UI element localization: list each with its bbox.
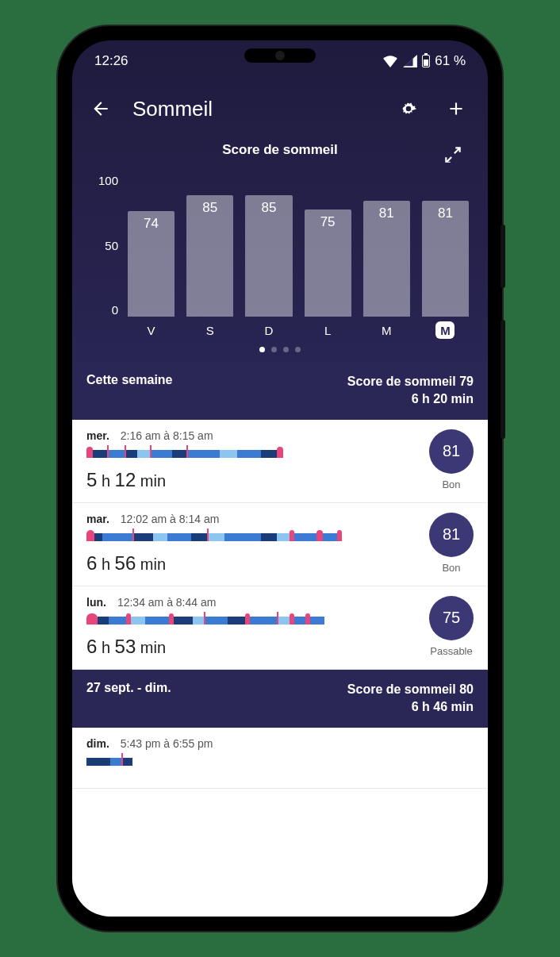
status-time: 12:26 xyxy=(94,53,128,69)
entry-range: 2:16 am à 8:15 am xyxy=(121,429,213,442)
phone-frame: 12:26 61 % Sommeil Score de sommeil xyxy=(58,26,502,931)
pager-dot[interactable] xyxy=(295,347,301,352)
bar-value: 75 xyxy=(320,214,336,230)
volume-button xyxy=(501,225,505,288)
pager-dot[interactable] xyxy=(259,347,265,352)
pager-dots[interactable] xyxy=(88,339,472,357)
add-button[interactable] xyxy=(440,93,472,125)
status-icons: 61 % xyxy=(382,53,466,69)
score-quality: Passable xyxy=(430,645,472,657)
week-score: Score de sommeil 80 xyxy=(347,681,474,698)
wifi-icon xyxy=(382,55,398,67)
chart-bar[interactable]: 81M xyxy=(422,201,469,339)
back-button[interactable] xyxy=(85,93,117,125)
expand-button[interactable] xyxy=(437,139,469,171)
settings-button[interactable] xyxy=(393,93,424,125)
week-header-previous: 27 sept. - dim. Score de sommeil 80 6 h … xyxy=(72,670,488,728)
chart-bar[interactable]: 74V xyxy=(128,211,175,339)
score-quality: Bon xyxy=(442,562,460,574)
pager-dot[interactable] xyxy=(283,347,289,352)
week-label: Cette semaine xyxy=(86,373,173,409)
chart-bar[interactable]: 81M xyxy=(363,201,410,339)
gear-icon xyxy=(398,98,419,119)
ytick: 0 xyxy=(88,303,118,317)
sleep-entry[interactable]: mar.12:02 am à 8:14 am6 h 56 min81Bon xyxy=(72,503,488,586)
bar-value: 81 xyxy=(379,206,394,221)
ytick: 50 xyxy=(88,239,118,252)
signal-icon xyxy=(403,55,417,67)
score-badge: 75 xyxy=(429,596,474,640)
chart-title: Score de sommeil xyxy=(222,142,338,158)
entry-day: dim. xyxy=(86,737,109,750)
entry-duration: 5 h 12 min xyxy=(86,469,416,491)
power-button xyxy=(501,320,505,439)
entry-duration: 6 h 53 min xyxy=(86,636,416,658)
chart-section: Score de sommeil 100 50 0 74V85S85D75L81… xyxy=(72,136,488,362)
hypnogram xyxy=(86,755,134,769)
score-badge: 81 xyxy=(429,513,474,557)
hypnogram xyxy=(86,447,416,461)
battery-percent: 61 % xyxy=(435,53,466,69)
bar-label: M xyxy=(377,321,396,339)
bar-value: 81 xyxy=(438,206,453,221)
battery-icon xyxy=(422,55,430,67)
week-duration: 6 h 20 min xyxy=(347,390,474,408)
y-axis: 100 50 0 xyxy=(88,172,125,339)
bars-container: 74V85S85D75L81M81M xyxy=(125,172,472,339)
bar-label: V xyxy=(142,321,161,339)
plus-icon xyxy=(446,98,466,119)
bar-value: 85 xyxy=(202,200,217,216)
ytick: 100 xyxy=(88,174,118,187)
week-score: Score de sommeil 79 xyxy=(347,373,474,390)
entry-day: mer. xyxy=(86,429,109,442)
entry-range: 12:02 am à 8:14 am xyxy=(121,513,220,525)
entry-day: mar. xyxy=(86,513,109,525)
chart-bar[interactable]: 85D xyxy=(245,195,292,339)
entry-range: 5:43 pm à 6:55 pm xyxy=(121,737,213,750)
bar-label: D xyxy=(259,321,278,339)
score-badge: 81 xyxy=(429,429,474,474)
bar-value: 74 xyxy=(144,216,159,232)
bar-label: M xyxy=(435,321,455,339)
week-header-current: Cette semaine Score de sommeil 79 6 h 20… xyxy=(72,362,488,420)
page-title: Sommeil xyxy=(132,97,377,121)
sleep-entry[interactable]: dim. 5:43 pm à 6:55 pm xyxy=(72,728,488,789)
bar-label: L xyxy=(318,321,337,339)
week-label: 27 sept. - dim. xyxy=(86,681,171,717)
entry-range: 12:34 am à 8:44 am xyxy=(117,596,217,609)
score-quality: Bon xyxy=(442,478,460,490)
sleep-entry[interactable]: mer.2:16 am à 8:15 am5 h 12 min81Bon xyxy=(72,420,488,503)
bar-label: S xyxy=(201,321,220,339)
expand-icon xyxy=(443,144,463,165)
app-bar: Sommeil xyxy=(72,82,488,136)
phone-notch xyxy=(244,48,316,63)
chart-area[interactable]: 100 50 0 74V85S85D75L81M81M xyxy=(88,172,472,339)
hypnogram xyxy=(86,530,416,544)
sleep-entry[interactable]: lun.12:34 am à 8:44 am6 h 53 min75Passab… xyxy=(72,586,488,670)
sleep-list[interactable]: mer.2:16 am à 8:15 am5 h 12 min81Bonmar.… xyxy=(72,420,488,917)
hypnogram xyxy=(86,613,416,628)
entry-day: lun. xyxy=(86,596,106,609)
chart-bar[interactable]: 85S xyxy=(186,195,233,339)
chart-bar[interactable]: 75L xyxy=(305,209,351,339)
arrow-left-icon xyxy=(90,98,111,119)
bar-value: 85 xyxy=(261,200,276,216)
entry-duration: 6 h 56 min xyxy=(86,552,416,575)
app-screen: 12:26 61 % Sommeil Score de sommeil xyxy=(72,40,488,917)
week-duration: 6 h 46 min xyxy=(347,698,474,716)
pager-dot[interactable] xyxy=(271,347,277,352)
